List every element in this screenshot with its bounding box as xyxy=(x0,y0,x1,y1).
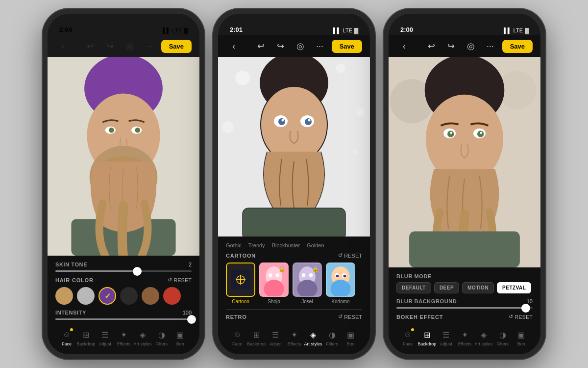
intensity-section: INTENSITY 100 xyxy=(55,310,192,320)
blur-bg-slider[interactable] xyxy=(396,307,533,309)
art-item-josei[interactable]: 🔒 Josei xyxy=(293,263,322,304)
tab-bar-2: ☺ Face ⊞ Backdrop ☰ Adjust ✦ Effects ◈ xyxy=(226,325,362,352)
redo-button-2[interactable]: ↪ xyxy=(273,38,289,54)
adjust-label-1: Adjust xyxy=(99,342,111,346)
face-photo-3 xyxy=(389,57,540,267)
blur-mode-label: BLUR MODE xyxy=(396,273,432,279)
svg-point-57 xyxy=(480,131,483,134)
tab-effects-1[interactable]: ✦ Effects xyxy=(115,329,132,346)
tab-bon-2[interactable]: ▣ Bon xyxy=(342,329,360,346)
battery-icon-2: ▓ xyxy=(354,27,358,33)
swatch-brown[interactable] xyxy=(142,287,159,305)
erase-button-2[interactable]: ◎ xyxy=(293,38,308,54)
face-photo-1 xyxy=(48,57,199,256)
back-button-2[interactable]: ‹ xyxy=(226,38,242,54)
back-button-3[interactable]: ‹ xyxy=(396,38,412,54)
skin-tone-slider[interactable] xyxy=(55,270,192,272)
photo-area-2 xyxy=(218,57,370,237)
skin-tone-section: SKIN TONE 2 xyxy=(55,262,192,272)
style-golden[interactable]: Golden xyxy=(307,242,324,248)
swatch-blonde[interactable] xyxy=(55,287,73,305)
tab-artstyles-3[interactable]: ◈ Art styles xyxy=(475,329,493,346)
tab-filters-3[interactable]: ◑ Filters xyxy=(494,329,512,346)
retro-reset[interactable]: ↺ RESET xyxy=(338,314,362,320)
svg-point-46 xyxy=(343,275,346,278)
phone-1-wrapper: 2:04 ▌▌ LTE ▓ ‹ ↩ ↪ ◎ ··· Save xyxy=(43,9,204,359)
art-item-cartoon[interactable]: Cartoon xyxy=(226,263,255,304)
effects-icon-3: ✦ xyxy=(459,329,470,340)
nav-actions-1: ↩ ↪ ◎ ··· Save xyxy=(83,38,192,54)
phone-3: 2:00 ▌▌ LTE ▓ ‹ ↩ ↪ ◎ ··· Save xyxy=(384,9,545,359)
more-button-2[interactable]: ··· xyxy=(312,38,328,54)
tab-effects-2[interactable]: ✦ Effects xyxy=(285,329,303,346)
retro-section: RETRO ↺ RESET xyxy=(226,314,362,320)
tab-effects-3[interactable]: ✦ Effects xyxy=(456,329,473,346)
more-button-1[interactable]: ··· xyxy=(142,38,157,54)
blur-bg-thumb[interactable] xyxy=(521,304,530,313)
blur-mode-deep[interactable]: DEEP xyxy=(434,282,459,293)
effects-label-3: Effects xyxy=(458,342,471,346)
cartoon-reset[interactable]: ↺ RESET xyxy=(338,252,362,259)
erase-button-3[interactable]: ◎ xyxy=(463,38,479,54)
style-gothic[interactable]: Gothic xyxy=(226,242,242,248)
tab-filters-2[interactable]: ◑ Filters xyxy=(323,329,341,346)
swatch-silver[interactable] xyxy=(77,287,95,305)
blur-mode-default[interactable]: DEFAULT xyxy=(396,282,431,293)
swatch-black[interactable] xyxy=(120,287,138,305)
tab-backdrop-1[interactable]: ⊞ Backdrop xyxy=(76,329,95,346)
lte-label-3: LTE xyxy=(514,27,523,33)
tab-artstyles-1[interactable]: ◈ Art styles xyxy=(134,329,152,346)
style-blockbuster[interactable]: Blockbuster xyxy=(272,242,300,248)
swatch-red[interactable] xyxy=(163,287,181,305)
svg-point-45 xyxy=(336,275,339,278)
tab-bon-3[interactable]: ▣ Bon xyxy=(513,329,530,346)
undo-button-3[interactable]: ↩ xyxy=(424,38,440,54)
tab-face-1[interactable]: ☺ Face xyxy=(58,329,75,346)
tab-face-2[interactable]: ☺ Face xyxy=(228,329,246,346)
art-item-shojo[interactable]: 🔒 Shojo xyxy=(259,263,289,304)
tab-adjust-3[interactable]: ☰ Adjust xyxy=(437,329,455,346)
svg-point-13 xyxy=(356,108,364,116)
tab-backdrop-2[interactable]: ⊞ Backdrop xyxy=(247,329,266,346)
lock-icon-shojo: 🔒 xyxy=(278,265,286,272)
skin-tone-label: SKIN TONE xyxy=(55,262,87,267)
tab-backdrop-3[interactable]: ⊞ Backdrop xyxy=(417,329,436,346)
tab-artstyles-2[interactable]: ◈ Art styles xyxy=(304,329,322,346)
svg-point-14 xyxy=(222,121,234,133)
battery-icon-3: ▓ xyxy=(525,27,529,33)
art-item-kodomo[interactable]: Kodomo xyxy=(326,263,355,304)
save-button-1[interactable]: Save xyxy=(161,40,192,53)
tab-adjust-1[interactable]: ☰ Adjust xyxy=(96,329,114,346)
erase-button-1[interactable]: ◎ xyxy=(122,38,138,54)
style-trendy[interactable]: Trendy xyxy=(248,242,265,248)
art-thumb-shojo: 🔒 xyxy=(259,263,289,297)
hair-color-reset[interactable]: ↺ RESET xyxy=(168,277,192,283)
shojo-thumb-label: Shojo xyxy=(268,299,280,304)
tab-bon-1[interactable]: ▣ Bon xyxy=(172,329,189,346)
save-button-2[interactable]: Save xyxy=(332,40,362,53)
reset-icon-bokeh: ↺ xyxy=(509,314,513,320)
skin-tone-value: 2 xyxy=(189,262,192,267)
bokeh-reset[interactable]: ↺ RESET xyxy=(509,314,533,320)
bon-label-3: Bon xyxy=(517,342,525,346)
swatch-purple[interactable] xyxy=(98,287,116,305)
redo-button-1[interactable]: ↪ xyxy=(102,38,118,54)
tab-bar-1: ☺ Face ⊞ Backdrop ☰ Adjust ✦ Effects ◈ xyxy=(55,325,192,352)
intensity-slider[interactable] xyxy=(55,318,192,320)
tab-adjust-2[interactable]: ☰ Adjust xyxy=(267,329,284,346)
tab-filters-1[interactable]: ◑ Filters xyxy=(153,329,171,346)
more-button-3[interactable]: ··· xyxy=(483,38,498,54)
bokeh-section: BOKEH EFFECT ↺ RESET xyxy=(396,314,533,320)
back-button-1[interactable]: ‹ xyxy=(55,38,71,54)
blur-mode-motion[interactable]: MOTION xyxy=(462,282,494,293)
save-button-3[interactable]: Save xyxy=(502,40,533,53)
redo-button-3[interactable]: ↪ xyxy=(443,38,459,54)
svg-point-21 xyxy=(305,118,312,125)
intensity-thumb[interactable] xyxy=(187,315,196,324)
undo-button-1[interactable]: ↩ xyxy=(83,38,98,54)
skin-tone-thumb[interactable] xyxy=(133,267,142,276)
undo-button-2[interactable]: ↩ xyxy=(253,38,269,54)
filters-icon-1: ◑ xyxy=(156,329,167,340)
tab-face-3[interactable]: ☺ Face xyxy=(399,329,416,346)
blur-mode-petzval[interactable]: PETZVAL xyxy=(497,282,531,293)
